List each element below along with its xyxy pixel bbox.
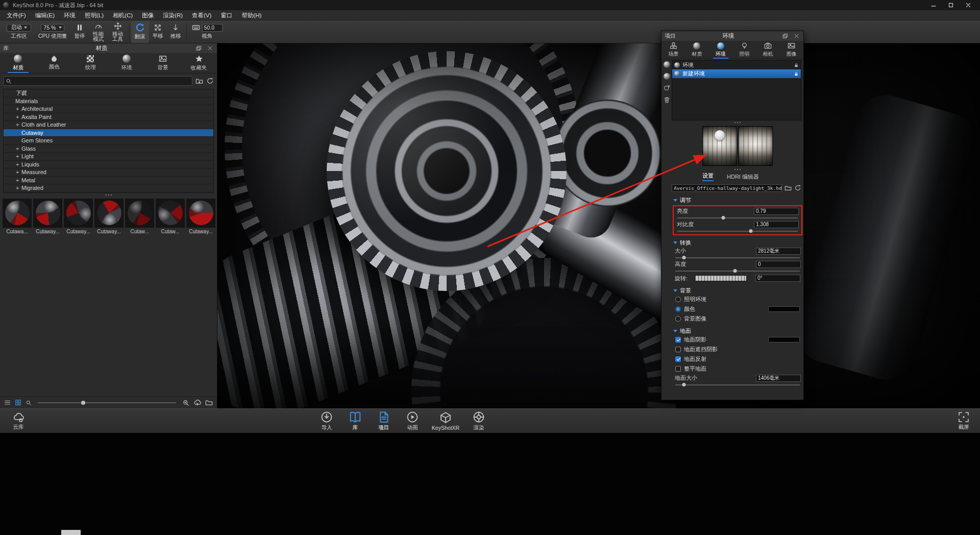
section-ground[interactable]: 地面 [672,327,803,335]
tree-item-axalta-paint[interactable]: +Axalta Paint [4,113,213,121]
workspace-start-button[interactable]: 启动 [7,24,31,32]
brightness-slider[interactable] [677,215,798,220]
tree-item-metal[interactable]: +Metal [4,177,213,185]
cpu-usage-select[interactable]: 75 % [41,24,64,32]
ground-shadow-color-swatch[interactable] [768,337,800,343]
library-tab-environments[interactable]: 环境 [108,53,144,73]
rotation-ruler[interactable] [695,275,747,281]
import-library-icon[interactable] [195,77,203,85]
library-tab-backplates[interactable]: 背景 [144,53,181,73]
library-search-input[interactable] [14,78,190,84]
tree-item-glass[interactable]: +Glass [4,145,213,153]
library-tab-favorites[interactable]: 收藏夹 [181,53,217,73]
tab-image[interactable]: 图像 [780,41,803,59]
folder-icon[interactable] [205,399,213,406]
radio-button[interactable] [675,297,681,302]
animation-button[interactable]: 动画 [401,409,424,433]
flatten-ground-option[interactable]: 整平地面 [672,364,803,374]
close-panel-button[interactable] [206,45,214,51]
menu-file[interactable]: 文件(F) [2,10,31,20]
screenshot-button[interactable]: 截屏 [952,409,975,433]
hdri-preview[interactable] [738,126,773,166]
background-option-color[interactable]: 颜色 [672,304,803,314]
close-panel-button[interactable] [792,33,800,39]
material-thumbnail[interactable]: Cutaway... [64,199,93,234]
ground-occlusion-option[interactable]: 地面遮挡阴影 [672,345,803,354]
rotation-input[interactable]: 0° [755,275,800,282]
brightness-input[interactable]: 0.79 [754,208,799,215]
tab-camera[interactable]: 相机 [756,41,779,59]
lock-icon[interactable] [794,63,799,68]
subtab-hdri-editor[interactable]: HDRI 编辑器 [727,173,759,181]
ground-size-slider[interactable] [675,382,800,387]
environment-list-item[interactable]: 环境 [672,61,801,69]
radio-button-selected[interactable] [675,306,681,312]
keyshotxr-button[interactable]: KeyShotXR [430,409,461,433]
slider-handle[interactable] [733,269,737,273]
menu-image[interactable]: 图像 [137,10,158,20]
tree-item-gem-stones[interactable]: Gem Stones [4,137,213,145]
environment-globe-icon[interactable] [664,73,670,80]
tab-environment[interactable]: 环境 [709,41,732,59]
zoom-out-icon[interactable] [26,400,32,406]
checkbox-checked[interactable] [675,356,681,362]
background-option-image[interactable]: 背景图像 [672,314,803,324]
performance-mode-button[interactable]: 性能模式 [89,20,108,43]
library-tab-materials[interactable]: 材质 [0,53,36,73]
ground-size-input[interactable]: 1406毫米 [756,375,801,382]
slider-handle[interactable] [749,229,752,233]
fov-input[interactable]: 50.0 [202,24,223,32]
tree-item-migrated[interactable]: +Migrated [4,184,213,192]
lock-icon[interactable] [794,71,799,77]
tree-item-liquids[interactable]: +Liquids [4,161,213,169]
menu-environment[interactable]: 环境 [59,10,80,20]
menu-window[interactable]: 窗口 [216,10,237,20]
menu-lighting[interactable]: 照明(L) [80,10,108,20]
menu-view[interactable]: 查看(V) [187,10,216,20]
open-folder-icon[interactable] [785,184,792,191]
tab-material[interactable]: 材质 [685,41,708,59]
slider-handle[interactable] [682,383,686,386]
tree-item-cutaway[interactable]: Cutaway [4,129,213,137]
upload-cloud-icon[interactable] [193,399,201,406]
menu-render[interactable]: 渲染(R) [158,10,187,20]
delete-environment-icon[interactable] [664,96,670,103]
library-tab-textures[interactable]: 纹理 [72,53,109,73]
move-tool-button[interactable]: 移动工具 [108,20,128,43]
tree-item-measured[interactable]: +Measured [4,168,213,177]
minimize-button[interactable] [925,0,942,10]
tree-item-materials[interactable]: Materials [4,98,213,106]
section-adjust[interactable]: 调节 [672,196,803,204]
tree-item-architectural[interactable]: +Architectural [4,105,213,113]
hdri-preview-selected[interactable] [702,126,737,166]
library-toggle-button[interactable]: 库 [344,409,366,433]
list-view-icon[interactable] [4,399,11,406]
tree-item-light[interactable]: +Light [4,153,213,161]
menu-edit[interactable]: 编辑(E) [31,10,59,20]
size-input[interactable]: 2812毫米 [756,248,801,255]
background-color-swatch[interactable] [768,306,800,312]
tree-item-cloth-and-leather[interactable]: +Cloth and Leather [4,121,213,129]
tree-item-downloads[interactable]: 下载 [4,89,213,98]
menu-camera[interactable]: 相机(C) [108,10,137,20]
slider-handle[interactable] [682,256,686,259]
render-button[interactable]: 渲染 [468,409,490,433]
material-thumbnail[interactable]: Cutaw... [125,199,154,234]
import-button[interactable]: 导入 [315,409,338,433]
pause-button[interactable]: 暂停 [71,20,89,43]
close-button[interactable] [960,0,977,10]
subtab-settings[interactable]: 设置 [702,172,714,181]
checkbox-unchecked[interactable] [675,366,681,372]
maximize-button[interactable] [942,0,960,10]
splitter-handle[interactable] [672,120,803,125]
tumble-tool-button[interactable]: 翻滚 [131,20,149,43]
radio-button[interactable] [675,316,681,322]
section-transform[interactable]: 转换 [672,238,803,247]
refresh-library-icon[interactable] [206,77,214,85]
undock-panel-button[interactable] [781,33,789,39]
ground-reflections-option[interactable]: 地面反射 [672,354,803,364]
library-tab-colors[interactable]: 颜色 [36,53,72,73]
material-thumbnail[interactable]: Cutaway... [33,199,62,234]
dolly-tool-button[interactable]: 推移 [167,20,185,43]
environment-list-item-selected[interactable]: 新建环境 [672,69,801,78]
